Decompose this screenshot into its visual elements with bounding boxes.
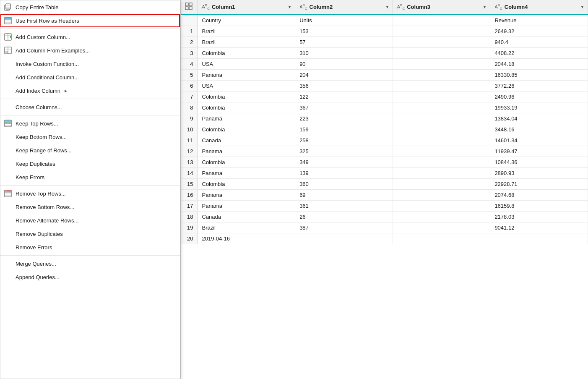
- row-num-16: 16: [181, 190, 198, 201]
- cell-19-col4: 9041.12: [490, 222, 588, 233]
- col3-type-icon: ABC: [397, 3, 405, 10]
- cell-1-col1: Brazil: [198, 26, 295, 37]
- col3-name: Column3: [407, 4, 430, 10]
- cell-18-col3: [393, 212, 490, 222]
- menu-item-copy-entire-table[interactable]: Copy Entire Table: [0, 0, 180, 14]
- cell-14-col2: 139: [295, 168, 393, 179]
- separator-after-add-index-column: [0, 99, 180, 99]
- bottom-row-num: 20: [181, 233, 198, 244]
- cell-16-col2: 69: [295, 190, 393, 201]
- row-num-3: 3: [181, 48, 198, 59]
- menu-item-add-conditional-column[interactable]: Add Conditional Column...: [0, 71, 180, 84]
- cell-3-col3: [393, 48, 490, 59]
- table-row: 17 Panama 361 16159.8: [181, 201, 588, 212]
- table-row: 7 Colombia 122 2490.96: [181, 91, 588, 102]
- menu-label-remove-errors: Remove Errors: [16, 244, 52, 251]
- menu-item-add-column-examples[interactable]: fx Add Column From Examples...: [0, 44, 180, 57]
- cell-19-col3: [393, 222, 490, 233]
- cell-11-col2: 258: [295, 135, 393, 146]
- menu-label-append-queries: Append Queries...: [16, 274, 60, 280]
- menu-item-choose-columns[interactable]: Choose Columns...: [0, 100, 180, 114]
- menu-item-keep-errors[interactable]: Keep Errors: [0, 170, 180, 184]
- menu-item-keep-duplicates[interactable]: Keep Duplicates: [0, 157, 180, 170]
- cell-2-col3: [393, 37, 490, 48]
- cell-4-col1: USA: [198, 59, 295, 70]
- col-header-3[interactable]: ABC Column3 ▾: [393, 0, 490, 15]
- row-num-17: 17: [181, 201, 198, 212]
- menu-item-keep-top-rows[interactable]: Keep Top Rows...: [0, 117, 180, 130]
- cell-17-col3: [393, 201, 490, 212]
- separator-after-keep-errors: [0, 185, 180, 186]
- row-num-4: 4: [181, 59, 198, 70]
- menu-item-keep-range-rows[interactable]: Keep Range of Rows...: [0, 144, 180, 157]
- row-num-12: 12: [181, 146, 198, 157]
- menu-label-keep-range-rows: Keep Range of Rows...: [16, 147, 72, 154]
- cell-9-col4: 13834.04: [490, 113, 588, 124]
- row-num-11: 11: [181, 135, 198, 146]
- cell-4-col2: 90: [295, 59, 393, 70]
- menu-item-add-index-column[interactable]: Add Index Column ►: [0, 84, 180, 97]
- cell-7-col2: 122: [295, 91, 393, 102]
- cell-0-col2: Units: [295, 15, 393, 26]
- col1-dropdown-arrow[interactable]: ▾: [289, 5, 291, 9]
- menu-label-add-conditional-column: Add Conditional Column...: [16, 74, 79, 81]
- cell-10-col4: 3448.16: [490, 124, 588, 135]
- col4-dropdown-arrow[interactable]: ▾: [581, 5, 583, 9]
- cell-15-col2: 360: [295, 179, 393, 190]
- table-header-row: ABC Column1 ▾ ABC Column2 ▾: [181, 0, 588, 15]
- cell-0-col4: Revenue: [490, 15, 588, 26]
- svg-rect-31: [185, 3, 188, 6]
- cell-2-col2: 57: [295, 37, 393, 48]
- menu-label-keep-errors: Keep Errors: [16, 174, 44, 180]
- table-row: 13 Colombia 349 10844.36: [181, 157, 588, 168]
- menu-item-remove-top-rows[interactable]: Remove Top Rows...: [0, 187, 180, 200]
- menu-label-keep-top-rows: Keep Top Rows...: [16, 120, 58, 127]
- cell-1-col4: 2649.32: [490, 26, 588, 37]
- bottom-row-col3: [393, 233, 490, 244]
- cell-15-col1: Colombia: [198, 179, 295, 190]
- menu-item-use-first-row[interactable]: Use First Row as Headers: [0, 14, 180, 27]
- cell-17-col2: 361: [295, 201, 393, 212]
- menu-item-remove-duplicates[interactable]: Remove Duplicates: [0, 227, 180, 240]
- col3-dropdown-arrow[interactable]: ▾: [484, 5, 486, 9]
- cell-5-col1: Panama: [198, 70, 295, 81]
- bottom-row-col2: [295, 233, 393, 244]
- col2-dropdown-arrow[interactable]: ▾: [386, 5, 388, 9]
- table-row: 3 Colombia 310 4408.22: [181, 48, 588, 59]
- menu-item-remove-bottom-rows[interactable]: Remove Bottom Rows...: [0, 200, 180, 214]
- cell-4-col3: [393, 59, 490, 70]
- cell-7-col1: Colombia: [198, 91, 295, 102]
- col-header-2[interactable]: ABC Column2 ▾: [295, 0, 393, 15]
- menu-item-invoke-custom-function[interactable]: Invoke Custom Function...: [0, 57, 180, 71]
- menu-item-add-custom-column[interactable]: Add Custom Column...: [0, 30, 180, 44]
- menu-label-remove-top-rows: Remove Top Rows...: [16, 191, 66, 197]
- table-row: 8 Colombia 367 19933.19: [181, 102, 588, 113]
- cell-14-col4: 2890.93: [490, 168, 588, 179]
- cell-5-col2: 204: [295, 70, 393, 81]
- table-row: 11 Canada 258 14601.34: [181, 135, 588, 146]
- menu-icon-add-custom-column: [4, 33, 12, 41]
- menu-item-keep-bottom-rows[interactable]: Keep Bottom Rows...: [0, 130, 180, 144]
- menu-item-remove-errors[interactable]: Remove Errors: [0, 240, 180, 254]
- col-header-4[interactable]: ABC Column4 ▾: [490, 0, 588, 15]
- cell-18-col2: 26: [295, 212, 393, 222]
- menu-label-add-index-column: Add Index Column: [16, 88, 60, 94]
- cell-7-col3: [393, 91, 490, 102]
- menu-label-merge-queries: Merge Queries...: [16, 261, 56, 267]
- cell-3-col1: Colombia: [198, 48, 295, 59]
- row-num-18: 18: [181, 212, 198, 222]
- svg-rect-6: [5, 17, 11, 19]
- cell-8-col3: [393, 102, 490, 113]
- menu-item-remove-alternate-rows[interactable]: Remove Alternate Rows...: [0, 214, 180, 227]
- menu-label-add-column-examples: Add Column From Examples...: [16, 47, 90, 54]
- cell-8-col2: 367: [295, 102, 393, 113]
- col-header-1[interactable]: ABC Column1 ▾: [198, 0, 295, 15]
- cell-17-col4: 16159.8: [490, 201, 588, 212]
- table-row: 12 Panama 325 11939.47: [181, 146, 588, 157]
- menu-item-merge-queries[interactable]: Merge Queries...: [0, 257, 180, 270]
- cell-6-col1: USA: [198, 81, 295, 91]
- row-num-13: 13: [181, 157, 198, 168]
- cell-2-col1: Brazil: [198, 37, 295, 48]
- menu-item-append-queries[interactable]: Append Queries...: [0, 270, 180, 284]
- row-num-9: 9: [181, 113, 198, 124]
